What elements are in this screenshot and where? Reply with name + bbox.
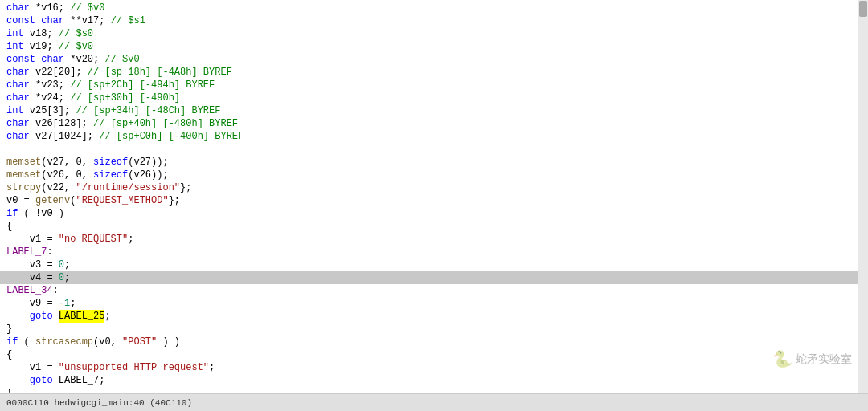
scrollbar-thumb[interactable] xyxy=(859,1,867,17)
table-row xyxy=(0,143,868,156)
watermark-icon: 🐍 xyxy=(772,349,792,369)
table-row: char v27[1024]; // [sp+C0h] [-400h] BYRE… xyxy=(0,130,868,143)
table-row: char v26[128]; // [sp+40h] [-480h] BYREF xyxy=(0,117,868,130)
code-editor: char *v16; // $v0const char **v17; // $s… xyxy=(0,0,868,393)
table-row: { xyxy=(0,220,868,233)
table-row: char *v23; // [sp+2Ch] [-494h] BYREF xyxy=(0,79,868,92)
watermark: 🐍 蛇矛实验室 xyxy=(772,349,852,369)
table-row: v3 = 0; xyxy=(0,258,868,271)
table-row: int v19; // $v0 xyxy=(0,40,868,53)
table-row: int v25[3]; // [sp+34h] [-48Ch] BYREF xyxy=(0,104,868,117)
table-row: } xyxy=(0,387,868,393)
table-row: v9 = -1; xyxy=(0,297,868,310)
status-bar: 0000C110 hedwigcgi_main:40 (40C110) xyxy=(0,393,868,411)
table-row: v4 = 0; xyxy=(0,271,868,284)
table-row: char v22[20]; // [sp+18h] [-4A8h] BYREF xyxy=(0,66,868,79)
table-row: if ( strcasecmp(v0, "POST" ) ) xyxy=(0,336,868,348)
table-row: const char **v17; // $s1 xyxy=(0,14,868,27)
watermark-text: 蛇矛实验室 xyxy=(796,352,852,367)
table-row: char *v24; // [sp+30h] [-490h] xyxy=(0,92,868,104)
table-row: const char *v20; // $v0 xyxy=(0,53,868,66)
table-row: v0 = getenv("REQUEST_METHOD"}; xyxy=(0,194,868,207)
table-row: goto LABEL_25; xyxy=(0,310,868,323)
table-row: v1 = "no REQUEST"; xyxy=(0,233,868,246)
table-row: memset(v26, 0, sizeof(v26)); xyxy=(0,169,868,181)
table-row: LABEL_34: xyxy=(0,284,868,297)
table-row: char *v16; // $v0 xyxy=(0,2,868,14)
table-row: goto LABEL_7; xyxy=(0,374,868,387)
highlighted-label: LABEL_25 xyxy=(59,310,105,323)
table-row: int v18; // $s0 xyxy=(0,27,868,40)
table-row: if ( !v0 ) xyxy=(0,207,868,220)
table-row: v1 = "unsupported HTTP request"; xyxy=(0,361,868,374)
table-row: } xyxy=(0,323,868,336)
table-row: strcpy(v22, "/runtime/session"}; xyxy=(0,181,868,194)
table-row: memset(v27, 0, sizeof(v27)); xyxy=(0,156,868,169)
code-lines: char *v16; // $v0const char **v17; // $s… xyxy=(0,0,868,393)
scrollbar[interactable] xyxy=(858,0,868,393)
status-text: 0000C110 hedwigcgi_main:40 (40C110) xyxy=(6,398,192,408)
table-row: { xyxy=(0,348,868,361)
table-row: LABEL_7: xyxy=(0,246,868,258)
